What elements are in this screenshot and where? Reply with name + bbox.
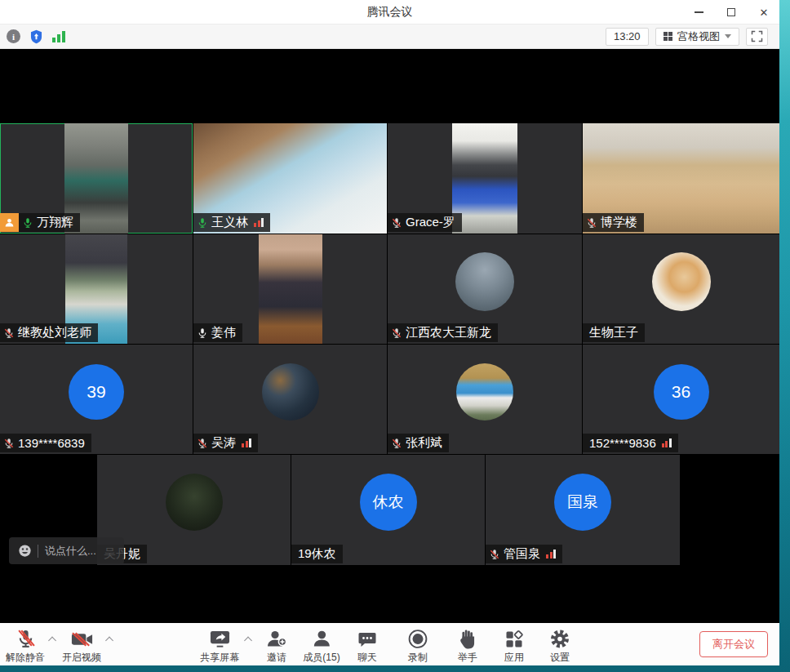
network-status-icon[interactable] (52, 31, 65, 42)
participant-name: 张利斌 (406, 435, 442, 451)
mic-muted-icon (3, 438, 15, 449)
meeting-window: 腾讯会议 ✕ i 13:20 宫格视图 (0, 0, 779, 665)
video-tile[interactable]: 江西农大王新龙 (388, 234, 582, 344)
participant-name: 152****9836 (589, 436, 656, 450)
participant-name: 生物王子 (589, 325, 638, 340)
participant-label: 万翔辉 (0, 213, 80, 232)
participant-name: 吴涛 (211, 435, 236, 451)
avatar (262, 363, 319, 421)
participant-name: 博学楼 (601, 215, 637, 230)
titlebar: 腾讯会议 ✕ (0, 0, 779, 24)
video-tile[interactable]: 39 139****6839 (0, 345, 193, 454)
network-signal-icon (662, 438, 672, 447)
share-screen-button[interactable]: 共享屏幕 (200, 627, 239, 665)
participant-name: 万翔辉 (37, 215, 73, 230)
mic-muted-icon (16, 627, 36, 649)
chevron-down-icon (725, 34, 731, 38)
avatar (652, 252, 711, 311)
grid-view-icon (664, 32, 673, 42)
apps-button[interactable]: 应用 (504, 627, 524, 665)
mic-on-icon (197, 217, 208, 229)
participant-name: 继教处刘老师 (18, 325, 91, 340)
video-tile[interactable]: 国泉 管国泉 (486, 455, 680, 565)
avatar: 国泉 (554, 474, 611, 531)
leave-meeting-button[interactable]: 离开会议 (699, 631, 768, 657)
fullscreen-button[interactable] (746, 28, 768, 46)
meeting-time: 13:20 (606, 28, 649, 46)
participant-name: 管国泉 (504, 546, 540, 562)
video-feed (452, 123, 517, 234)
video-tile[interactable]: 吴丹妮 (97, 455, 291, 565)
divider (38, 545, 38, 558)
raise-hand-icon (459, 627, 477, 649)
video-feed (259, 234, 322, 344)
video-tile[interactable]: 生物王子 (583, 234, 779, 344)
mic-muted-icon (391, 327, 402, 339)
video-tile[interactable]: 36 152****9836 (583, 345, 779, 454)
participant-label: 吴涛 (193, 434, 258, 452)
participant-name: 王义林 (211, 215, 248, 230)
unmute-button[interactable]: 解除静音 (6, 627, 45, 665)
invite-button[interactable]: 邀请 (266, 627, 287, 665)
record-button[interactable]: 录制 (408, 627, 428, 665)
video-tile[interactable]: 王义林 (193, 123, 387, 234)
view-mode-selector[interactable]: 宫格视图 (655, 28, 740, 46)
video-tile[interactable]: 吴涛 (193, 345, 387, 454)
participant-name: 139****6839 (18, 436, 85, 450)
mic-muted-icon (391, 217, 402, 229)
window-title: 腾讯会议 (367, 5, 413, 20)
chat-placeholder: 说点什么... (45, 544, 96, 559)
video-options-chevron[interactable] (105, 637, 113, 645)
mic-muted-icon (3, 327, 15, 339)
mic-options-chevron[interactable] (48, 637, 56, 645)
participant-label: 139****6839 (0, 434, 91, 452)
avatar (166, 474, 223, 531)
mic-muted-icon (197, 438, 208, 449)
shield-icon[interactable] (29, 29, 43, 44)
quick-chat-input[interactable]: 说点什么... (9, 537, 124, 564)
view-mode-label: 宫格视图 (677, 29, 720, 44)
emoji-icon[interactable] (17, 543, 33, 559)
participant-label: 姜伟 (193, 323, 242, 342)
mic-on-icon (22, 217, 33, 229)
minimize-button[interactable] (688, 2, 709, 22)
video-tile[interactable]: 张利斌 (388, 345, 582, 454)
camera-off-icon (70, 627, 94, 649)
settings-gear-icon (550, 627, 570, 649)
chat-button[interactable]: 聊天 (357, 627, 378, 665)
status-bar: i 13:20 宫格视图 (0, 24, 779, 49)
participant-name: 姜伟 (211, 325, 236, 340)
apps-icon (504, 627, 524, 649)
settings-button[interactable]: 设置 (550, 627, 570, 665)
video-tile[interactable]: 万翔辉 (0, 123, 193, 234)
video-tile[interactable]: 继教处刘老师 (0, 234, 193, 344)
mic-muted-icon (391, 438, 402, 449)
chat-icon (357, 627, 378, 649)
share-screen-icon (209, 627, 231, 649)
meeting-info-icon[interactable]: i (7, 29, 20, 43)
raise-hand-button[interactable]: 举手 (458, 627, 477, 665)
close-button[interactable]: ✕ (753, 2, 774, 22)
avatar (455, 252, 514, 311)
share-options-chevron[interactable] (244, 637, 252, 645)
fullscreen-icon (751, 30, 763, 42)
avatar: 休农 (360, 474, 417, 531)
video-tile[interactable]: 休农 19休农 (291, 455, 485, 565)
participant-label: 张利斌 (388, 434, 449, 452)
mic-muted-icon (586, 217, 597, 229)
avatar: 36 (654, 364, 709, 420)
participant-label: 管国泉 (486, 545, 562, 563)
mic-idle-icon (197, 327, 208, 339)
video-tile[interactable]: 姜伟 (193, 234, 387, 344)
network-signal-icon (242, 438, 251, 447)
members-button[interactable]: 成员(15) (303, 627, 340, 665)
participant-label: 江西农大王新龙 (388, 323, 498, 342)
participant-label: 152****9836 (583, 434, 678, 452)
maximize-button[interactable] (721, 2, 742, 22)
mic-muted-icon (489, 549, 500, 560)
video-tile[interactable]: Grace-罗 (388, 123, 582, 234)
video-tile[interactable]: 博学楼 (583, 123, 779, 234)
participant-name: 江西农大王新龙 (406, 325, 491, 340)
participant-label: Grace-罗 (388, 213, 462, 232)
start-video-button[interactable]: 开启视频 (62, 627, 101, 665)
